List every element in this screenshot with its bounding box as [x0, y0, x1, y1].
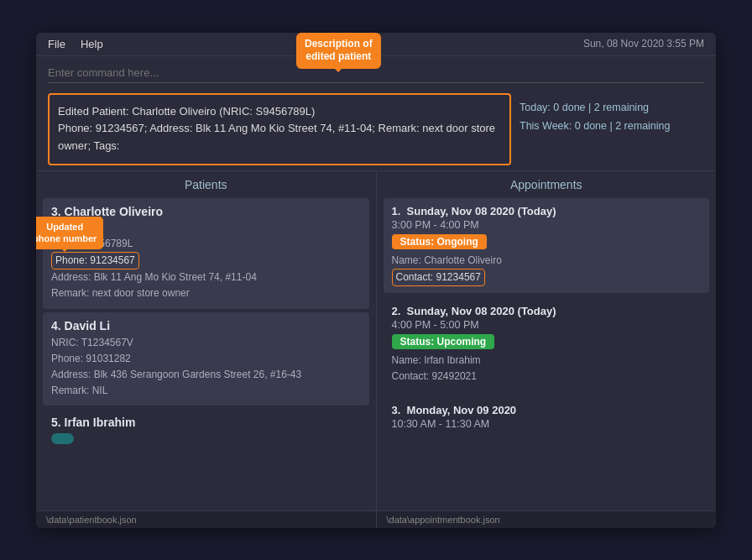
patient-address: Address: Blk 436 Serangoon Gardens Stree…: [51, 367, 361, 383]
appt-date: 2. Sunday, Nov 08 2020 (Today): [392, 305, 702, 317]
result-stats: Today: 0 done | 2 remaining This Week: 0…: [520, 93, 704, 165]
appointments-file-path: \data\appointmentbook.json: [377, 511, 717, 528]
description-tooltip: Description ofedited patient: [296, 33, 381, 69]
patient-nric: NRIC: T1234567V: [51, 335, 361, 351]
status-bar: \data\patientbook.json \data\appointment…: [36, 510, 716, 528]
patient-number: 4.: [51, 319, 65, 332]
appointments-list: 1. Sunday, Nov 08 2020 (Today) 3:00 PM -…: [377, 195, 717, 510]
patients-panel: Patients 3. Charlotte Oliveiro asthma NR…: [36, 171, 377, 510]
patient-remark: Remark: next door store owner: [51, 285, 361, 301]
patients-header: Patients: [36, 171, 376, 195]
app-window: File Help Sun, 08 Nov 2020 3:55 PM Descr…: [36, 33, 716, 528]
command-area: Description ofedited patient: [36, 56, 716, 88]
phone-tooltip: Updatedphone number: [36, 217, 103, 249]
appointment-item[interactable]: 3. Monday, Nov 09 2020 10:30 AM - 11:30 …: [384, 397, 710, 440]
patient-remark: Remark: NIL: [51, 383, 361, 399]
menu-file[interactable]: File: [48, 38, 65, 50]
patient-name: 5. Irfan Ibrahim: [51, 416, 361, 429]
appt-name: Name: Charlotte Oliveiro: [392, 253, 702, 269]
patient-name: 4. David Li: [51, 319, 361, 332]
patient-number: 5.: [51, 416, 65, 429]
datetime-display: Sun, 08 Nov 2020 3:55 PM: [583, 38, 704, 50]
patient-item[interactable]: 4. David Li NRIC: T1234567V Phone: 91031…: [43, 312, 369, 406]
contact-highlight: Contact: 91234567: [392, 269, 485, 286]
appointments-panel: Appointments 1. Sunday, Nov 08 2020 (Tod…: [377, 171, 717, 510]
main-columns: Patients 3. Charlotte Oliveiro asthma NR…: [36, 170, 716, 510]
appt-time: 10:30 AM - 11:30 AM: [392, 418, 702, 430]
patient-address: Address: Blk 11 Ang Mo Kio Street 74, #1…: [51, 270, 361, 285]
appt-date: 3. Monday, Nov 09 2020: [392, 404, 702, 416]
patient-phone: Phone: 91031282: [51, 351, 361, 367]
result-text: Edited Patient: Charlotte Oliveiro (NRIC…: [58, 105, 495, 153]
stats-week: This Week: 0 done | 2 remaining: [520, 117, 704, 136]
result-panel: Edited Patient: Charlotte Oliveiro (NRIC…: [36, 88, 716, 170]
appt-date: 1. Sunday, Nov 08 2020 (Today): [392, 205, 702, 217]
patient-item[interactable]: 3. Charlotte Oliveiro asthma NRIC: S9456…: [43, 198, 369, 309]
appt-contact: Contact: 92492021: [392, 369, 702, 385]
appt-contact: Contact: 91234567: [392, 269, 702, 286]
appt-time: 3:00 PM - 4:00 PM: [392, 219, 702, 231]
status-badge: Status: Ongoing: [392, 234, 487, 249]
appointment-item[interactable]: 1. Sunday, Nov 08 2020 (Today) 3:00 PM -…: [384, 198, 710, 293]
result-box: Edited Patient: Charlotte Oliveiro (NRIC…: [48, 93, 511, 165]
patients-file-path: \data\patientbook.json: [36, 511, 377, 528]
patient-item[interactable]: 5. Irfan Ibrahim: [43, 409, 369, 453]
appointment-item[interactable]: 2. Sunday, Nov 08 2020 (Today) 4:00 PM -…: [384, 298, 710, 391]
patient-phone: Updatedphone number Phone: 91234567: [51, 252, 361, 270]
patient-tag: [51, 433, 74, 444]
status-badge: Status: Upcoming: [392, 334, 495, 349]
menu-help[interactable]: Help: [81, 38, 103, 50]
patients-list: 3. Charlotte Oliveiro asthma NRIC: S9456…: [36, 195, 376, 510]
stats-today: Today: 0 done | 2 remaining: [520, 98, 704, 118]
appt-time: 4:00 PM - 5:00 PM: [392, 319, 702, 331]
appt-name: Name: Irfan Ibrahim: [392, 353, 702, 369]
appointments-header: Appointments: [377, 171, 717, 195]
phone-tooltip-container: Updatedphone number Phone: 91234567: [51, 252, 139, 270]
